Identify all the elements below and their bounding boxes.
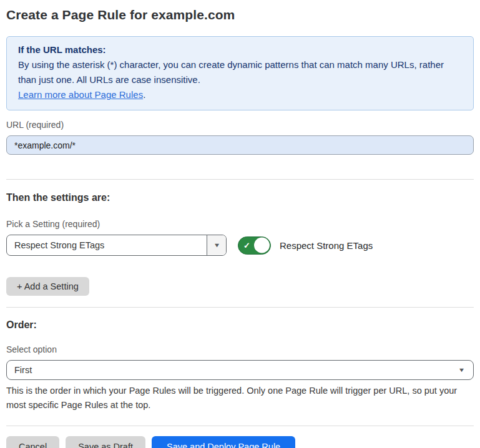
order-section-heading: Order:: [6, 319, 474, 331]
order-help-text: This is the order in which your Page Rul…: [6, 384, 468, 412]
etags-toggle[interactable]: ✓: [238, 236, 271, 255]
toggle-label: Respect Strong ETags: [280, 240, 373, 251]
setting-select-value: Respect Strong ETags: [7, 235, 207, 255]
order-select[interactable]: First ▼: [6, 360, 474, 380]
order-select-value: First: [7, 361, 459, 379]
create-page-rule-form: Create a Page Rule for example.com If th…: [0, 0, 480, 448]
settings-section-heading: Then the settings are:: [6, 192, 474, 203]
order-select-caret-wrap: ▼: [459, 361, 473, 379]
check-icon: ✓: [243, 241, 250, 250]
info-box-body: By using the asterisk (*) character, you…: [18, 57, 462, 87]
page-title: Create a Page Rule for example.com: [6, 7, 474, 22]
caret-down-icon: ▼: [458, 368, 466, 373]
save-draft-button[interactable]: Save as Draft: [66, 436, 145, 448]
info-box-body-text: By using the asterisk (*) character, you…: [18, 59, 444, 85]
url-match-info-box: If the URL matches: By using the asteris…: [6, 36, 474, 110]
footer-actions: Cancel Save as Draft Save and Deploy Pag…: [6, 436, 474, 448]
setting-select[interactable]: Respect Strong ETags ▼: [6, 235, 227, 256]
footer-divider: [6, 426, 474, 426]
order-select-label: Select option: [6, 344, 474, 354]
link-suffix: .: [143, 89, 145, 100]
toggle-knob: [254, 238, 270, 253]
url-input[interactable]: [6, 135, 474, 155]
setting-select-arrow-button[interactable]: ▼: [207, 235, 226, 255]
info-box-link-line: Learn more about Page Rules.: [18, 87, 462, 102]
cancel-button[interactable]: Cancel: [6, 436, 59, 448]
section-divider: [6, 179, 474, 180]
pick-setting-label: Pick a Setting (required): [6, 219, 474, 229]
caret-down-icon: ▼: [213, 243, 220, 248]
info-box-heading: If the URL matches:: [18, 42, 462, 57]
section-divider: [6, 307, 474, 308]
url-field-label: URL (required): [6, 120, 474, 130]
add-setting-button[interactable]: + Add a Setting: [6, 277, 89, 296]
save-deploy-button[interactable]: Save and Deploy Page Rule: [152, 436, 295, 448]
learn-more-link[interactable]: Learn more about Page Rules: [18, 89, 143, 100]
setting-row: Respect Strong ETags ▼ ✓ Respect Strong …: [6, 235, 474, 256]
